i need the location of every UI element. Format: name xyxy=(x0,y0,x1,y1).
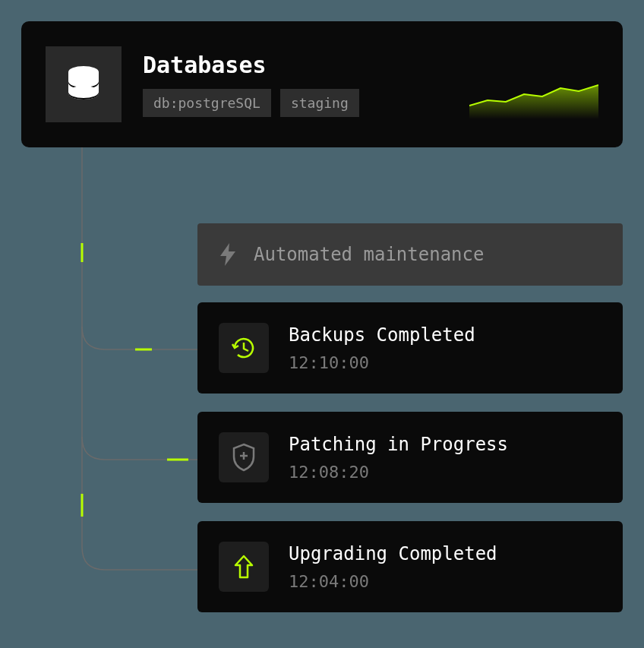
task-time: 12:04:00 xyxy=(289,572,497,591)
task-card-backups: Backups Completed 12:10:00 xyxy=(197,302,623,394)
svg-point-6 xyxy=(68,75,99,87)
tag-row: db:postgreSQL staging xyxy=(143,89,448,117)
header-main: Databases db:postgreSQL staging xyxy=(143,52,448,117)
svg-point-8 xyxy=(68,86,99,98)
task-icon-box xyxy=(219,542,269,592)
task-title: Backups Completed xyxy=(289,324,475,346)
tag-env: staging xyxy=(280,89,359,117)
task-text: Upgrading Completed 12:04:00 xyxy=(289,543,497,591)
task-text: Backups Completed 12:10:00 xyxy=(289,324,475,372)
task-text: Patching in Progress 12:08:20 xyxy=(289,434,508,482)
page-title: Databases xyxy=(143,52,448,78)
database-header-card: Databases db:postgreSQL staging xyxy=(21,21,623,147)
shield-plus-icon xyxy=(231,443,257,472)
task-card-patching: Patching in Progress 12:08:20 xyxy=(197,412,623,503)
tag-db: db:postgreSQL xyxy=(143,89,271,117)
task-time: 12:10:00 xyxy=(289,353,475,372)
history-icon xyxy=(230,334,257,362)
database-icon-box xyxy=(46,46,122,122)
task-title: Patching in Progress xyxy=(289,434,508,455)
task-title: Upgrading Completed xyxy=(289,543,497,564)
task-icon-box xyxy=(219,323,269,373)
task-time: 12:08:20 xyxy=(289,463,508,482)
lightning-icon xyxy=(219,243,237,266)
task-icon-box xyxy=(219,432,269,482)
database-icon xyxy=(65,65,102,104)
task-card-upgrading: Upgrading Completed 12:04:00 xyxy=(197,521,623,612)
upload-arrow-icon xyxy=(231,553,257,580)
section-title: Automated maintenance xyxy=(254,244,484,265)
section-header: Automated maintenance xyxy=(197,223,623,286)
sparkline-chart xyxy=(469,74,598,119)
